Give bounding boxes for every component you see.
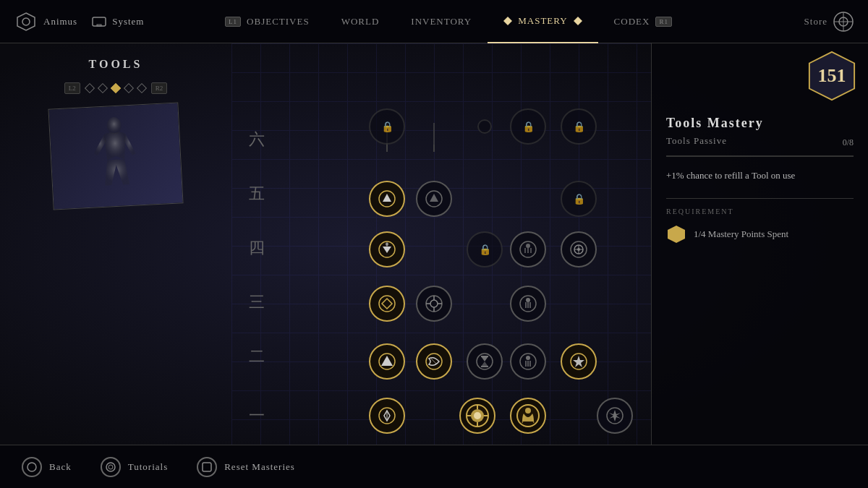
svg-point-81 bbox=[526, 356, 530, 360]
nav-center: L1 Objectives World Inventory Mastery Co… bbox=[159, 0, 738, 43]
node-6-col3-small bbox=[477, 119, 492, 134]
node-4-col5[interactable] bbox=[561, 231, 597, 267]
node-3-col2-wheel[interactable] bbox=[416, 286, 452, 322]
codex-label: Codex bbox=[614, 16, 650, 27]
back-action[interactable]: Back bbox=[22, 457, 72, 477]
reset-btn-icon bbox=[197, 457, 217, 477]
character-silhouette bbox=[49, 103, 183, 209]
svg-rect-3 bbox=[97, 25, 101, 26]
diamond-icon bbox=[378, 295, 396, 312]
svg-rect-104 bbox=[203, 463, 211, 471]
reset-action[interactable]: Reset Masteries bbox=[197, 457, 295, 477]
arrow-up-icon-2 bbox=[425, 190, 443, 207]
lock-icon-3: 🔒 bbox=[573, 121, 585, 133]
arrow-up-icon bbox=[378, 190, 396, 207]
dot-2[interactable] bbox=[98, 83, 108, 93]
node-4-col4[interactable] bbox=[510, 231, 546, 267]
progress-current: 0 bbox=[843, 137, 847, 147]
mastery-score: 0/8 bbox=[843, 137, 854, 148]
svg-line-74 bbox=[431, 359, 437, 364]
up-arrow-icon bbox=[378, 353, 396, 370]
r2-key[interactable]: R2 bbox=[151, 82, 168, 94]
wheel-icon bbox=[570, 241, 587, 258]
node-2-col1[interactable] bbox=[369, 343, 405, 380]
tab-mastery[interactable]: Mastery bbox=[488, 0, 597, 43]
store-icon bbox=[833, 12, 854, 32]
dot-5[interactable] bbox=[137, 83, 147, 93]
row-label-4: 四 bbox=[246, 237, 268, 259]
row-label-3: 三 bbox=[246, 291, 268, 313]
row-label-1: 一 bbox=[246, 405, 268, 427]
character-card bbox=[48, 102, 183, 210]
left-panel: TOOLS L2 R2 bbox=[0, 43, 231, 445]
svg-marker-0 bbox=[17, 13, 35, 30]
lock-icon-4: 🔒 bbox=[573, 193, 585, 205]
tab-codex[interactable]: Codex R1 bbox=[598, 0, 688, 43]
section-title: TOOLS bbox=[89, 58, 143, 71]
node-6-col4-lock[interactable]: 🔒 bbox=[510, 108, 546, 145]
svg-point-55 bbox=[526, 244, 530, 248]
mastery-diamond2-icon bbox=[574, 17, 582, 25]
animus-nav[interactable]: Animus bbox=[14, 10, 77, 33]
svg-marker-100 bbox=[668, 226, 685, 243]
shuriken-icon bbox=[606, 407, 624, 424]
dot-3-active[interactable] bbox=[111, 83, 121, 93]
tab-inventory[interactable]: Inventory bbox=[395, 0, 488, 43]
arrow-node-icon bbox=[378, 407, 396, 424]
inventory-label: Inventory bbox=[411, 16, 472, 27]
tab-objectives[interactable]: L1 Objectives bbox=[209, 0, 326, 43]
dot-4[interactable] bbox=[124, 83, 134, 93]
system-nav[interactable]: System bbox=[92, 16, 144, 27]
dot-1[interactable] bbox=[85, 83, 95, 93]
mastery-progress-bar bbox=[666, 155, 854, 157]
svg-marker-5 bbox=[574, 17, 582, 25]
node-4-col3-lock[interactable]: 🔒 bbox=[467, 231, 503, 267]
back-btn-icon bbox=[22, 457, 42, 477]
animus-label: Animus bbox=[43, 16, 77, 27]
node-2-col5-star[interactable] bbox=[561, 343, 597, 380]
node-3-col1-diamond[interactable] bbox=[369, 286, 405, 322]
node-1-col1[interactable] bbox=[369, 398, 405, 434]
lock-icon-1: 🔒 bbox=[381, 121, 393, 133]
node-1-col4-robe[interactable] bbox=[510, 398, 546, 434]
mastery-label: Mastery bbox=[518, 15, 567, 27]
right-panel: 151 Tools Mastery Tools Passive 0/8 +1% … bbox=[651, 43, 868, 445]
back-label: Back bbox=[49, 461, 72, 473]
mastery-subtitle: Tools Passive bbox=[666, 135, 727, 147]
svg-point-89 bbox=[474, 412, 481, 419]
node-2-col3-hourglass[interactable] bbox=[467, 343, 503, 380]
nav-right: Store bbox=[738, 12, 868, 32]
node-3-col4[interactable] bbox=[510, 286, 546, 322]
l2-key[interactable]: L2 bbox=[64, 82, 80, 94]
nav-bar: Animus System L1 Objectives World Invent… bbox=[0, 0, 868, 43]
circle-icon bbox=[27, 462, 37, 472]
node-6-col5-lock[interactable]: 🔒 bbox=[561, 108, 597, 145]
node-1-col3-sun[interactable] bbox=[459, 398, 495, 434]
svg-point-103 bbox=[109, 465, 113, 469]
tutorials-action[interactable]: Tutorials bbox=[101, 457, 168, 477]
skill-tree-area: 六 五 四 三 二 一 🔒 🔒 🔒 bbox=[231, 43, 651, 445]
svg-marker-4 bbox=[503, 17, 512, 25]
node-2-col4[interactable] bbox=[510, 343, 546, 380]
node-6-col1-lock[interactable]: 🔒 bbox=[369, 108, 405, 145]
tutorials-label: Tutorials bbox=[128, 461, 168, 473]
lock-icon-5: 🔒 bbox=[479, 244, 491, 256]
node-2-col2-fish[interactable] bbox=[416, 343, 452, 380]
svg-point-1 bbox=[22, 18, 30, 25]
system-label: System bbox=[112, 16, 144, 27]
node-1-col6-shuriken[interactable] bbox=[597, 398, 633, 434]
store-label[interactable]: Store bbox=[804, 16, 827, 27]
svg-marker-51 bbox=[430, 194, 438, 202]
nav-dots: L2 R2 bbox=[64, 82, 168, 94]
node-4-col1[interactable] bbox=[369, 231, 405, 267]
svg-point-70 bbox=[526, 298, 530, 302]
lock-icon-2: 🔒 bbox=[522, 121, 535, 133]
node-5-col2[interactable] bbox=[416, 181, 452, 217]
node-5-col1-arrow[interactable] bbox=[369, 181, 405, 217]
tab-world[interactable]: World bbox=[326, 0, 396, 43]
svg-marker-62 bbox=[382, 299, 392, 309]
sun-wheel-icon bbox=[425, 295, 443, 312]
node-5-lock[interactable]: 🔒 bbox=[561, 181, 597, 217]
animus-icon bbox=[14, 10, 38, 33]
mastery-description: +1% chance to refill a Tool on use bbox=[666, 168, 854, 184]
